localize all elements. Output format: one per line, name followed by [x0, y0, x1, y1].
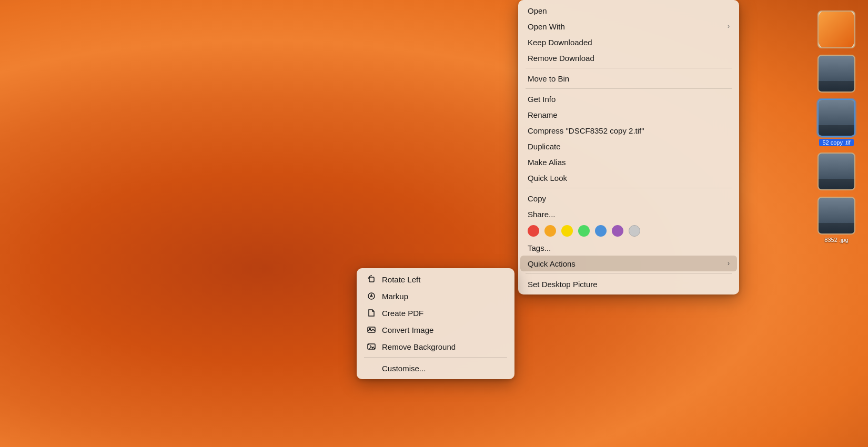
menu-item-move-to-bin-label: Move to Bin [528, 74, 730, 83]
orange-app-graphic [819, 11, 854, 48]
remove-background-icon [366, 341, 377, 352]
menu-item-customise[interactable]: Customise... [357, 360, 514, 377]
menu-item-set-desktop-label: Set Desktop Picture [528, 280, 730, 289]
menu-item-quick-look-label: Quick Look [528, 174, 730, 182]
menu-item-copy[interactable]: Copy [518, 190, 739, 206]
menu-item-remove-background-label: Remove Background [382, 342, 505, 351]
rotate-left-icon [366, 274, 377, 285]
menu-item-get-info[interactable]: Get Info [518, 91, 739, 107]
desktop-icon-photo2[interactable]: 52 copy .tif [810, 99, 863, 146]
menu-item-share-label: Share... [528, 210, 730, 219]
menu-item-rename[interactable]: Rename [518, 107, 739, 123]
menu-item-compress[interactable]: Compress "DSCF8352 copy 2.tif" [518, 123, 739, 138]
quick-actions-arrow-icon: › [728, 260, 730, 267]
menu-item-make-alias-label: Make Alias [528, 158, 730, 167]
separator-1 [526, 68, 732, 68]
convert-image-icon [366, 324, 377, 335]
menu-item-duplicate-label: Duplicate [528, 142, 730, 151]
desktop-icons-area: 52 copy .tif 8352 .jpg [805, 0, 868, 447]
desktop-icon-photo1[interactable] [810, 55, 863, 93]
icon-thumb-orange [817, 11, 855, 48]
menu-item-set-desktop[interactable]: Set Desktop Picture [518, 276, 739, 292]
menu-item-tags-label: Tags... [528, 243, 730, 252]
photo3-graphic [819, 154, 854, 189]
menu-item-convert-image-label: Convert Image [382, 326, 505, 334]
menu-item-open-with-label: Open With [528, 22, 722, 31]
svg-rect-0 [369, 277, 374, 282]
menu-item-open-with[interactable]: Open With › [518, 18, 739, 34]
menu-item-move-to-bin[interactable]: Move to Bin [518, 70, 739, 86]
menu-item-rotate-left[interactable]: Rotate Left [357, 271, 514, 288]
menu-item-remove-download-label: Remove Download [528, 54, 730, 63]
menu-item-duplicate[interactable]: Duplicate [518, 138, 739, 154]
separator-3 [526, 188, 732, 188]
photo2-graphic [819, 100, 854, 136]
menu-item-open[interactable]: Open [518, 3, 739, 18]
color-dot-red[interactable] [528, 225, 539, 237]
menu-item-get-info-label: Get Info [528, 95, 730, 104]
menu-item-keep-downloaded-label: Keep Downloaded [528, 38, 730, 47]
menu-item-rotate-left-label: Rotate Left [382, 275, 505, 284]
menu-item-keep-downloaded[interactable]: Keep Downloaded [518, 34, 739, 50]
menu-item-create-pdf[interactable]: Create PDF [357, 304, 514, 321]
menu-item-markup[interactable]: Markup [357, 288, 514, 304]
icon-label-photo2: 52 copy .tif [819, 139, 853, 146]
menu-item-convert-image[interactable]: Convert Image [357, 321, 514, 338]
menu-item-rename-label: Rename [528, 110, 730, 119]
color-dot-orange[interactable] [544, 225, 556, 237]
photo4-graphic [819, 198, 854, 233]
menu-item-make-alias[interactable]: Make Alias [518, 154, 739, 170]
menu-item-open-label: Open [528, 6, 730, 15]
color-dots-row [518, 222, 739, 240]
separator-2 [526, 88, 732, 89]
menu-item-quick-actions[interactable]: Quick Actions › [520, 256, 737, 271]
menu-item-copy-label: Copy [528, 194, 730, 203]
menu-item-tags[interactable]: Tags... [518, 240, 739, 256]
menu-item-quick-look[interactable]: Quick Look [518, 170, 739, 186]
icon-thumb-photo2 [817, 99, 855, 137]
markup-icon [366, 291, 377, 301]
open-with-arrow-icon: › [728, 23, 730, 30]
menu-item-remove-background[interactable]: Remove Background [357, 338, 514, 355]
customise-icon [366, 363, 377, 373]
color-dot-purple[interactable] [612, 225, 623, 237]
desktop-icon-orange-app[interactable] [810, 11, 863, 48]
photo1-graphic [819, 56, 854, 92]
color-dot-yellow[interactable] [561, 225, 573, 237]
menu-item-markup-label: Markup [382, 292, 505, 301]
separator-4 [526, 273, 732, 274]
color-dot-green[interactable] [578, 225, 590, 237]
menu-item-quick-actions-label: Quick Actions [528, 259, 722, 268]
sub-separator-1 [364, 357, 507, 358]
menu-item-create-pdf-label: Create PDF [382, 309, 505, 318]
main-context-menu: Open Open With › Keep Downloaded Remove … [518, 0, 739, 294]
menu-item-customise-label: Customise... [382, 364, 505, 373]
menu-item-remove-download[interactable]: Remove Download [518, 50, 739, 66]
color-dot-blue[interactable] [595, 225, 607, 237]
icon-thumb-photo3 [817, 153, 855, 190]
color-dot-gray[interactable] [629, 225, 640, 237]
icon-thumb-photo4 [817, 197, 855, 235]
desktop-icon-photo3[interactable] [810, 153, 863, 190]
desktop-icon-photo4[interactable]: 8352 .jpg [810, 197, 863, 243]
menu-item-compress-label: Compress "DSCF8352 copy 2.tif" [528, 126, 730, 135]
create-pdf-icon [366, 308, 377, 318]
sub-context-menu: Rotate Left Markup Create PDF [357, 268, 514, 379]
icon-label-photo4: 8352 .jpg [824, 237, 848, 243]
icon-thumb-photo1 [817, 55, 855, 93]
menu-item-share[interactable]: Share... [518, 206, 739, 222]
